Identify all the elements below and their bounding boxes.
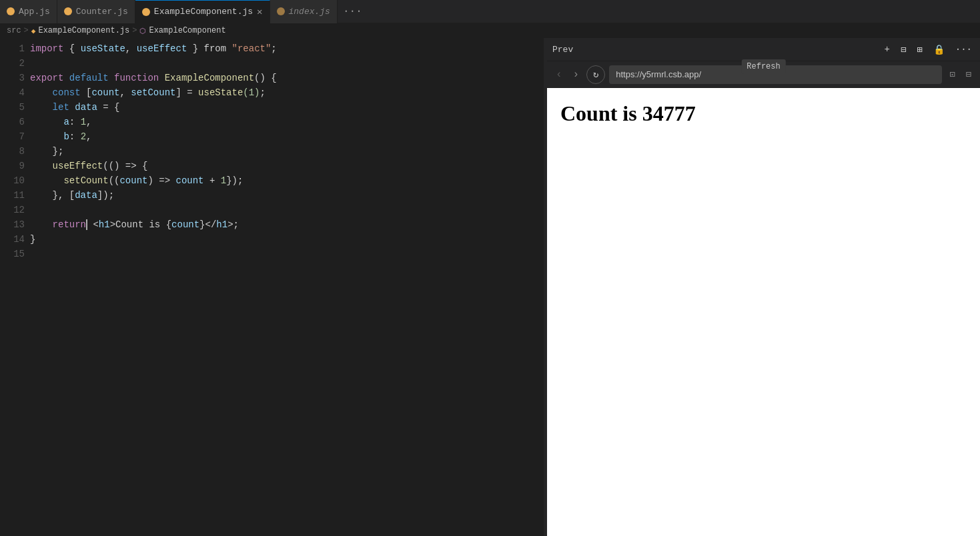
main-area: 123456789101112131415 import { useState,… [0, 38, 980, 536]
code-line-8[interactable]: }; [30, 144, 534, 159]
code-line-10[interactable]: setCount((count) => count + 1}); [30, 173, 534, 188]
refresh-button[interactable]: ↻ [586, 65, 605, 84]
code-line-1[interactable]: import { useState, useEffect } from "rea… [30, 41, 534, 56]
code-line-15[interactable] [30, 247, 534, 261]
open-new-tab-icon[interactable]: ⊟ [963, 67, 975, 82]
preview-heading: Count is 34777 [560, 101, 967, 126]
tab-label-example-js: ExampleComponent.js [154, 7, 253, 17]
line-number-3: 3 [0, 71, 25, 85]
code-line-12[interactable] [30, 203, 534, 217]
code-line-2[interactable] [30, 56, 534, 71]
plus-icon[interactable]: + [882, 43, 893, 56]
preview-content: Count is 34777 [547, 88, 980, 536]
line-number-14: 14 [0, 232, 25, 247]
layout-toggle-icon[interactable]: ⊞ [914, 43, 925, 57]
code-lines[interactable]: import { useState, useEffect } from "rea… [30, 41, 534, 536]
forward-button[interactable]: › [570, 67, 583, 83]
tab-icon-counter-js [64, 7, 72, 15]
back-button[interactable]: ‹ [552, 67, 566, 83]
breadcrumb-component-icon: ◆ [31, 27, 36, 35]
code-line-4[interactable]: const [count, setCount] = useState(1); [30, 85, 534, 100]
browser-bar: ‹ › ↻ ⊡ ⊟ [547, 61, 980, 88]
line-number-10: 10 [0, 173, 25, 188]
tab-icon-example-js [142, 8, 150, 16]
breadcrumb-fn-name: ExampleComponent [149, 26, 225, 35]
breadcrumb-src: src [7, 26, 21, 35]
line-number-6: 6 [0, 115, 25, 129]
code-line-11[interactable]: }, [data]); [30, 188, 534, 203]
line-number-4: 4 [0, 85, 25, 100]
line-numbers: 123456789101112131415 [0, 41, 30, 536]
preview-header: Prev Refresh + ⊟ ⊞ 🔒 ··· [547, 38, 980, 61]
scrollbar[interactable] [534, 41, 544, 536]
open-external-icon[interactable]: ⊡ [946, 67, 958, 82]
breadcrumb-fn-icon: ⬡ [139, 27, 146, 35]
tab-label-app-js: App.js [19, 7, 50, 17]
tab-bar: App.js Counter.js ExampleComponent.js ✕ … [0, 0, 980, 23]
tab-label-counter-js: Counter.js [76, 7, 128, 17]
breadcrumb-sep1: > [24, 26, 29, 35]
tab-label-index-js: index.js [289, 7, 330, 17]
tab-close-example-js[interactable]: ✕ [257, 6, 262, 17]
breadcrumb-component-name: ExampleComponent.js [38, 26, 129, 35]
code-line-13[interactable]: return <h1>Count is {count}</h1>; [30, 217, 534, 232]
tab-more-button[interactable]: ··· [338, 0, 368, 23]
tab-icon-app-js [7, 7, 15, 15]
lock-icon[interactable]: 🔒 [931, 43, 947, 57]
tab-example-component-js[interactable]: ExampleComponent.js ✕ [135, 0, 270, 23]
line-number-5: 5 [0, 100, 25, 115]
code-line-14[interactable]: } [30, 232, 534, 247]
header-icons: + ⊟ ⊞ 🔒 ··· [882, 43, 975, 57]
line-number-9: 9 [0, 159, 25, 173]
breadcrumb: src > ◆ ExampleComponent.js > ⬡ ExampleC… [0, 23, 980, 38]
preview-header-title: Prev [552, 45, 573, 55]
code-line-9[interactable]: useEffect(() => { [30, 159, 534, 173]
line-number-7: 7 [0, 129, 25, 144]
url-bar[interactable] [609, 65, 942, 84]
code-line-6[interactable]: a: 1, [30, 115, 534, 129]
preview-panel: Prev Refresh + ⊟ ⊞ 🔒 ··· ‹ › ↻ ⊡ ⊟ Count… [547, 38, 980, 536]
code-line-3[interactable]: export default function ExampleComponent… [30, 71, 534, 85]
code-line-7[interactable]: b: 2, [30, 129, 534, 144]
tab-index-js[interactable]: index.js [270, 0, 338, 23]
line-number-11: 11 [0, 188, 25, 203]
code-content: 123456789101112131415 import { useState,… [0, 38, 544, 536]
tab-counter-js[interactable]: Counter.js [57, 0, 135, 23]
line-number-8: 8 [0, 144, 25, 159]
line-number-13: 13 [0, 217, 25, 232]
layout-split-icon[interactable]: ⊟ [898, 43, 909, 57]
editor-panel: 123456789101112131415 import { useState,… [0, 38, 544, 536]
tab-app-js[interactable]: App.js [0, 0, 57, 23]
code-line-5[interactable]: let data = { [30, 100, 534, 115]
breadcrumb-sep2: > [132, 26, 137, 35]
line-number-2: 2 [0, 56, 25, 71]
line-number-1: 1 [0, 41, 25, 56]
tab-icon-index-js [277, 7, 285, 15]
line-number-15: 15 [0, 247, 25, 261]
more-icon[interactable]: ··· [953, 43, 975, 56]
line-number-12: 12 [0, 203, 25, 217]
